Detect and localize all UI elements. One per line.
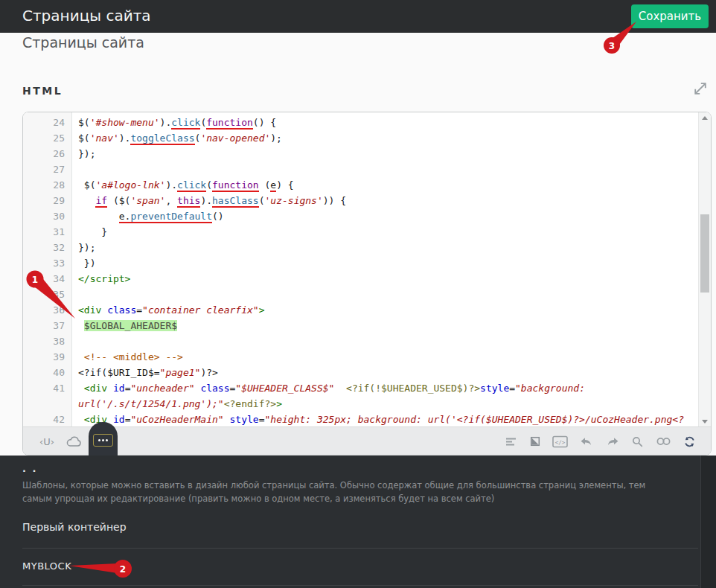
keyboard-key-icon [93,434,113,447]
window-title: Страницы сайта [22,7,151,25]
line-number: 38 [23,333,72,349]
top-bar: Страницы сайта Сохранить [0,0,716,33]
svg-text:‹U›: ‹U› [39,436,54,447]
svg-text:</>: </> [555,438,566,445]
line-number: 36 [23,302,72,318]
code-line: 33 }) [23,255,698,271]
html-section-label: HTML [22,85,63,97]
code-line: 38 [23,333,698,349]
code-cursor-icon[interactable]: ‹U› [38,435,56,448]
line-number: 26 [23,146,72,162]
page-title: Страницы сайта [22,34,144,51]
divider [22,585,698,586]
code-line: 39 <!-- <middle> --> [23,349,698,365]
line-number: 27 [23,162,72,177]
line-number: 41 [23,380,72,412]
line-number: 37 [23,318,72,333]
line-number: 42 [23,412,72,427]
svg-text:3: 3 [609,41,615,51]
code-line: 30 e.preventDefault() [23,208,698,224]
redo-icon[interactable] [605,435,620,447]
line-number: 25 [23,130,72,146]
line-number: 28 [23,177,72,193]
code-line: 29 if ($('span', this).hasClass('uz-sign… [23,193,698,208]
toolbar-right-group: </> [505,427,696,456]
code-line: 27 [23,162,698,177]
cloud-icon[interactable] [65,435,83,448]
code-line: 25$('nav').toggleClass('nav-opened'); [23,130,698,146]
refresh-icon[interactable] [683,435,696,448]
line-number: 29 [23,193,72,208]
panel-description: Шаблоны, которые можно вставить в дизайн… [22,479,677,506]
code-line: 28 $('a#logo-lnk').click(function (e) { [23,177,698,193]
line-number: 35 [23,287,72,302]
divider [22,548,698,549]
code-line: 31 } [23,224,698,240]
line-number: 24 [23,115,72,130]
code-line: 37 $GLOBAL_AHEADER$ [23,318,698,333]
code-area[interactable]: 24$('#show-menu').click(function() {25$(… [23,112,711,427]
code-line: 42 <div id="uCozHeaderMain" style="heigh… [23,412,698,427]
code-line: 36<div class="container clearfix"> [23,302,698,318]
panel-scrollbar-track[interactable] [700,456,716,588]
code-lines: 24$('#show-menu').click(function() {25$(… [23,115,698,427]
line-number: 40 [23,365,72,380]
contrast-icon[interactable] [529,435,541,447]
expand-icon[interactable] [691,79,710,98]
wrap-lines-icon[interactable] [505,435,518,447]
list-item-myblock[interactable]: MYBLOCK [22,560,71,572]
toolbar-left-group: ‹U› [38,427,83,456]
snippets-panel-tab[interactable] [89,422,118,456]
code-line: 32}); [23,240,698,255]
line-number: 39 [23,349,72,365]
templates-panel: . . Шаблоны, которые можно вставить в ди… [0,456,716,588]
list-item-first-container[interactable]: Первый контейнер [22,521,127,533]
code-line: 26}); [23,146,698,162]
line-number: 31 [23,224,72,240]
scrollbar-thumb[interactable] [700,214,709,293]
code-editor[interactable]: 24$('#show-menu').click(function() {25$(… [22,112,712,456]
line-number: 32 [23,240,72,255]
code-block-icon[interactable]: </> [552,435,568,448]
line-number: 34 [23,271,72,287]
code-line: 34</script> [23,271,698,287]
search-icon[interactable] [631,435,644,448]
code-line: 35 [23,287,698,302]
code-line: 40<?if($URI_ID$="page1")?> [23,365,698,380]
scroll-down-icon[interactable] [699,416,711,427]
line-number: 30 [23,208,72,224]
binoculars-icon[interactable] [655,435,672,447]
scroll-up-icon[interactable] [699,112,711,124]
editor-scrollbar[interactable] [698,112,711,427]
panel-title: . . [22,463,37,474]
code-line: 41 <div id="uncheader" class="$UHEADER_C… [23,380,698,412]
undo-icon[interactable] [579,435,594,447]
code-line: 24$('#show-menu').click(function() { [23,115,698,130]
line-number: 33 [23,255,72,271]
save-button[interactable]: Сохранить [631,4,709,28]
editor-toolbar: ‹U› </> [23,426,711,455]
